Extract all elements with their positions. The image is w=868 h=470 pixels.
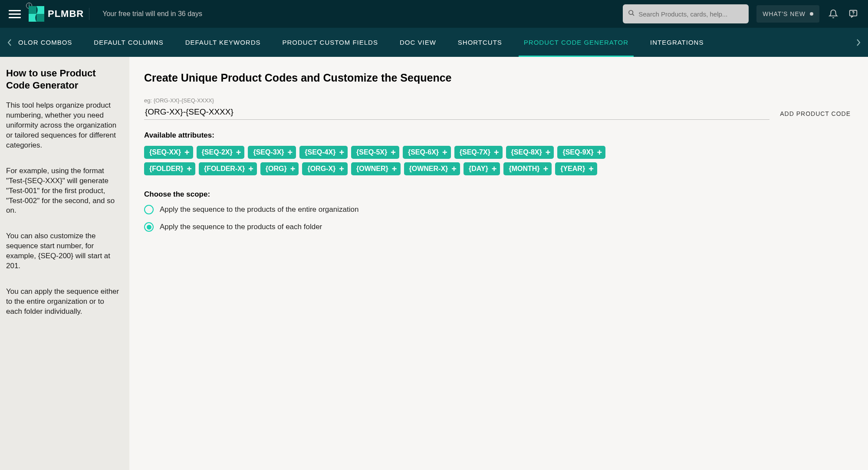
chip-label: {SEQ-6X} <box>408 148 439 156</box>
svg-rect-3 <box>36 14 44 22</box>
svg-rect-0 <box>29 6 36 14</box>
brand-name: PLMBR <box>48 8 84 20</box>
attribute-chip[interactable]: {OWNER}+ <box>351 162 400 175</box>
main-content: Create Unique Product Codes and Customiz… <box>129 57 868 470</box>
plus-icon: + <box>288 148 293 157</box>
chip-label: {FOLDER-X} <box>204 165 245 173</box>
attributes-heading: Available attributes: <box>144 131 851 140</box>
chip-label: {SEQ-8X} <box>511 148 542 156</box>
radio-icon <box>144 222 154 232</box>
brand-logo[interactable]: i PLMBR <box>29 6 89 22</box>
trial-status: Your free trial will end in 36 days <box>102 10 202 18</box>
attribute-chip[interactable]: {SEQ-4X}+ <box>299 146 348 159</box>
top-header: i PLMBR Your free trial will end in 36 d… <box>0 0 868 28</box>
help-icon[interactable] <box>847 8 859 20</box>
scope-radio-option[interactable]: Apply the sequence to the products of th… <box>144 205 851 214</box>
plus-icon: + <box>589 164 594 173</box>
attribute-chip[interactable]: {ORG-X}+ <box>302 162 348 175</box>
scope-radio-option[interactable]: Apply the sequence to the products of ea… <box>144 222 851 232</box>
search-icon <box>628 10 635 18</box>
sidebar-paragraph: For example, using the format "Test-{SEQ… <box>6 166 122 216</box>
nav-tab[interactable]: SHORTCUTS <box>458 28 502 57</box>
bell-icon[interactable] <box>827 8 839 20</box>
menu-icon[interactable] <box>9 8 21 20</box>
chip-label: {FOLDER} <box>149 165 183 173</box>
svg-line-5 <box>633 14 635 16</box>
nav-tab[interactable]: PRODUCT CODE GENERATOR <box>524 28 628 57</box>
whats-new-label: WHAT'S NEW <box>763 10 806 17</box>
nav-tab[interactable]: PRODUCT CUSTOM FIELDS <box>282 28 378 57</box>
nav-tab[interactable]: DOC VIEW <box>400 28 436 57</box>
attribute-chip[interactable]: {ORG}+ <box>260 162 299 175</box>
add-product-code-button[interactable]: ADD PRODUCT CODE <box>780 110 851 120</box>
attribute-chip[interactable]: {YEAR}+ <box>555 162 597 175</box>
radio-label: Apply the sequence to the products of ea… <box>160 223 322 231</box>
notification-dot-icon <box>810 12 813 16</box>
search-input-wrap[interactable] <box>623 4 749 23</box>
chip-label: {MONTH} <box>509 165 539 173</box>
chip-label: {ORG-X} <box>307 165 335 173</box>
divider <box>89 8 89 20</box>
plus-icon: + <box>392 164 397 173</box>
plus-icon: + <box>442 148 447 157</box>
chip-label: {ORG} <box>266 165 287 173</box>
plus-icon: + <box>391 148 396 157</box>
chip-label: {SEQ-2X} <box>202 148 233 156</box>
nav-tab[interactable]: OLOR COMBOS <box>18 28 72 57</box>
sidebar-title: How to use Product Code Generator <box>6 67 122 91</box>
plus-icon: + <box>492 164 497 173</box>
chip-label: {OWNER} <box>356 165 388 173</box>
plus-icon: + <box>339 148 344 157</box>
plus-icon: + <box>451 164 457 173</box>
page-title: Create Unique Product Codes and Customiz… <box>144 72 851 84</box>
attribute-chip[interactable]: {FOLDER-X}+ <box>199 162 257 175</box>
chip-label: {SEQ-4X} <box>305 148 335 156</box>
attribute-chip[interactable]: {SEQ-7X}+ <box>454 146 503 159</box>
plus-icon: + <box>236 148 241 157</box>
attribute-chip[interactable]: {DAY}+ <box>464 162 500 175</box>
chip-label: {SEQ-XX} <box>149 148 181 156</box>
svg-point-7 <box>853 14 853 15</box>
nav-tab[interactable]: DEFAULT KEYWORDS <box>185 28 261 57</box>
product-code-input[interactable] <box>144 105 769 120</box>
logo-mark-icon <box>29 6 44 22</box>
nav-scroll-right-icon[interactable] <box>853 39 864 46</box>
search-input[interactable] <box>638 10 743 18</box>
help-sidebar: How to use Product Code Generator This t… <box>0 57 129 470</box>
scope-radio-group: Apply the sequence to the products of th… <box>144 205 851 232</box>
whats-new-button[interactable]: WHAT'S NEW <box>756 5 819 23</box>
attribute-chip[interactable]: {SEQ-5X}+ <box>351 146 399 159</box>
svg-rect-1 <box>36 6 44 14</box>
code-example-label: eg: {ORG-XX}-{SEQ-XXXX} <box>144 97 769 104</box>
attribute-chip[interactable]: {FOLDER}+ <box>144 162 195 175</box>
plus-icon: + <box>543 164 549 173</box>
attribute-chip-list: {SEQ-XX}+{SEQ-2X}+{SEQ-3X}+{SEQ-4X}+{SEQ… <box>144 146 613 175</box>
plus-icon: + <box>546 148 551 157</box>
nav-tab[interactable]: INTEGRATIONS <box>650 28 704 57</box>
svg-point-4 <box>629 10 633 14</box>
chip-label: {DAY} <box>469 165 488 173</box>
attribute-chip[interactable]: {OWNER-X}+ <box>404 162 460 175</box>
plus-icon: + <box>494 148 499 157</box>
plus-icon: + <box>339 164 344 173</box>
chip-label: {SEQ-3X} <box>253 148 284 156</box>
scope-heading: Choose the scope: <box>144 190 851 199</box>
sidebar-paragraph: You can also customize the sequence star… <box>6 231 122 271</box>
attribute-chip[interactable]: {SEQ-3X}+ <box>248 146 296 159</box>
attribute-chip[interactable]: {SEQ-6X}+ <box>403 146 451 159</box>
settings-tabs: OLOR COMBOSDEFAULT COLUMNSDEFAULT KEYWOR… <box>0 28 868 57</box>
nav-tab[interactable]: DEFAULT COLUMNS <box>94 28 163 57</box>
nav-scroll-left-icon[interactable] <box>4 39 15 46</box>
radio-label: Apply the sequence to the products of th… <box>160 205 358 214</box>
sidebar-paragraph: This tool helps organize product numberi… <box>6 101 122 151</box>
chip-label: {YEAR} <box>560 165 585 173</box>
attribute-chip[interactable]: {SEQ-9X}+ <box>557 146 605 159</box>
attribute-chip[interactable]: {SEQ-XX}+ <box>144 146 193 159</box>
attribute-chip[interactable]: {SEQ-2X}+ <box>197 146 245 159</box>
chip-label: {SEQ-7X} <box>460 148 490 156</box>
attribute-chip[interactable]: {SEQ-8X}+ <box>506 146 554 159</box>
chip-label: {SEQ-9X} <box>562 148 593 156</box>
radio-icon <box>144 205 154 214</box>
attribute-chip[interactable]: {MONTH}+ <box>503 162 552 175</box>
plus-icon: + <box>290 164 296 173</box>
